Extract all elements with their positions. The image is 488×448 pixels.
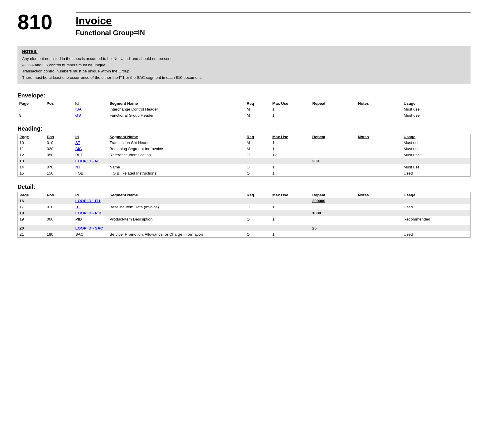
notes-line-4: There must be at least one occurrence of… — [22, 74, 466, 81]
col-header-id: Id — [74, 134, 108, 140]
gs-link[interactable]: GS — [75, 113, 81, 118]
table-row: 21 180 SAC Service, Promotion, Allowance… — [18, 231, 471, 238]
heading-header-row: Page Pos Id Segment Name Req Max Use Rep… — [18, 134, 471, 140]
col-header-req: Req — [245, 101, 270, 106]
loop-row-it1: 16 LOOP ID - IT1 200000 — [18, 198, 471, 204]
table-row: 14 070 N1 Name O 1 Must use — [18, 164, 471, 170]
col-header-req: Req — [245, 134, 270, 140]
table-row: 17 010 IT1 Baseline Item Data (Invoice) … — [18, 204, 471, 210]
table-row: 9 GS Functional Group Header M 1 Must us… — [17, 112, 471, 118]
table-row: 12 050 REF Reference Identification O 12… — [18, 152, 471, 158]
col-header-pos: Pos — [45, 192, 74, 198]
loop-n1-link[interactable]: LOOP ID - N1 — [75, 159, 100, 163]
col-header-usage: Usage — [402, 134, 471, 140]
col-header-notes: Notes — [356, 101, 402, 106]
notes-box: NOTES: Any element not listed in the spe… — [17, 46, 471, 84]
table-row: 19 060 PID Product/Item Description O 1 … — [18, 216, 471, 222]
detail-section: Detail: Page Pos Id Segment Name Req Max… — [17, 184, 471, 238]
loop-sac-link[interactable]: LOOP ID - SAC — [75, 226, 103, 230]
col-header-req: Req — [245, 192, 270, 198]
col-header-max: Max Use — [271, 101, 310, 106]
notes-line-2: All ISA and GS control numbers must be u… — [22, 62, 466, 68]
col-header-rep: Repeat — [310, 101, 356, 106]
notes-line-3: Transaction control numbers must be uniq… — [22, 68, 466, 74]
loop-row-pid: 18 LOOP ID - PID 1000 — [18, 210, 471, 216]
envelope-section: Envelope: Page Pos Id Segment Name Req M… — [17, 92, 471, 118]
notes-title: NOTES: — [22, 49, 466, 54]
col-header-usage: Usage — [402, 192, 471, 198]
table-row: 15 150 FOB F.O.B. Related Instructions O… — [18, 170, 471, 177]
detail-table: Page Pos Id Segment Name Req Max Use Rep… — [17, 192, 471, 238]
loop-it1-link[interactable]: LOOP ID - IT1 — [75, 199, 101, 203]
heading-table: Page Pos Id Segment Name Req Max Use Rep… — [17, 134, 471, 177]
notes-line-1: Any element not listed in the spec is as… — [22, 56, 466, 62]
col-header-page: Page — [17, 101, 45, 106]
col-header-pos: Pos — [45, 134, 74, 140]
it1-link[interactable]: IT1 — [75, 205, 81, 209]
envelope-table: Page Pos Id Segment Name Req Max Use Rep… — [17, 101, 471, 118]
col-header-rep: Repeat — [310, 134, 356, 140]
loop-row-sac: 20 LOOP ID - SAC 25 — [18, 225, 471, 231]
col-header-max: Max Use — [271, 134, 310, 140]
col-header-seg: Segment Name — [108, 134, 245, 140]
title-block: Invoice Functional Group=IN — [76, 12, 471, 37]
col-header-page: Page — [18, 134, 45, 140]
isa-link[interactable]: ISA — [75, 107, 81, 111]
table-row: 10 010 ST Transaction Set Header M 1 Mus… — [18, 140, 471, 146]
doc-number: 810 — [17, 12, 76, 33]
table-row: 11 020 BIG Beginning Segment for Invoice… — [18, 146, 471, 152]
col-header-notes: Notes — [356, 192, 402, 198]
st-link[interactable]: ST — [75, 141, 80, 145]
doc-title: Invoice — [76, 15, 471, 27]
col-header-seg: Segment Name — [108, 192, 245, 198]
functional-group: Functional Group=IN — [76, 29, 471, 37]
col-header-id: Id — [73, 101, 108, 106]
heading-section: Heading: Page Pos Id Segment Name Req Ma… — [17, 125, 471, 177]
envelope-header-row: Page Pos Id Segment Name Req Max Use Rep… — [17, 101, 471, 106]
col-header-seg: Segment Name — [108, 101, 245, 106]
envelope-title: Envelope: — [17, 92, 471, 99]
loop-row-n1: 13 LOOP ID - N1 200 — [18, 158, 471, 164]
loop-pid-link[interactable]: LOOP ID - PID — [75, 211, 102, 215]
detail-header-row: Page Pos Id Segment Name Req Max Use Rep… — [18, 192, 471, 198]
detail-title: Detail: — [17, 184, 471, 190]
n1-link[interactable]: N1 — [75, 165, 80, 169]
col-header-page: Page — [18, 192, 45, 198]
col-header-rep: Repeat — [310, 192, 356, 198]
table-row: 7 ISA Interchange Control Header M 1 Mus… — [17, 106, 471, 112]
col-header-usage: Usage — [402, 101, 471, 106]
col-header-notes: Notes — [356, 134, 402, 140]
big-link[interactable]: BIG — [75, 147, 82, 151]
col-header-max: Max Use — [271, 192, 310, 198]
heading-title: Heading: — [17, 125, 471, 132]
col-header-pos: Pos — [45, 101, 73, 106]
col-header-id: Id — [74, 192, 108, 198]
blank-spacer — [18, 222, 471, 225]
page-header: 810 Invoice Functional Group=IN — [17, 12, 471, 37]
